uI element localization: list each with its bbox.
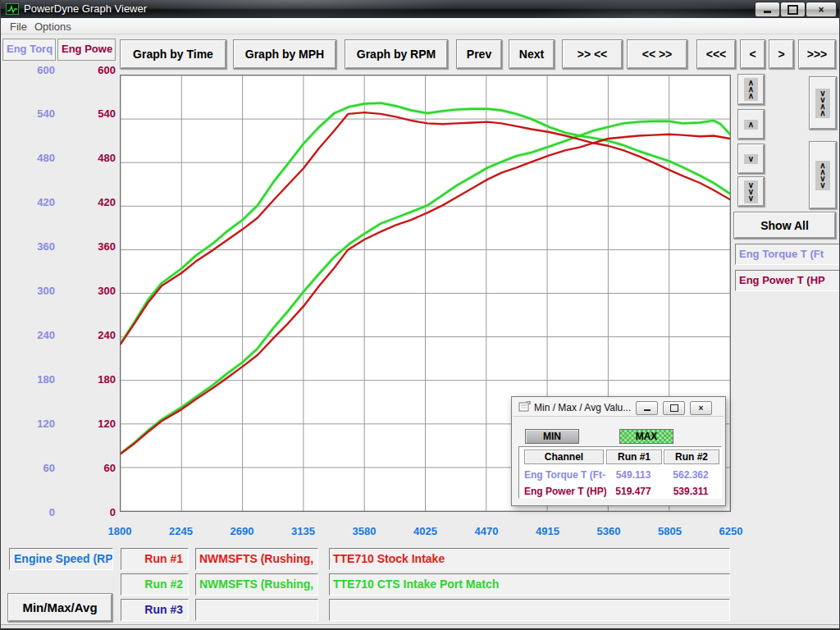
toolbar-button-next[interactable]: Next [509, 39, 555, 69]
scroll-up-button[interactable]: ∧ [737, 109, 765, 139]
expand-y-scale-button[interactable]: ∧ ∧ ∨ ∨ [809, 141, 837, 209]
channel-label-power[interactable]: Eng Power T (HP [735, 270, 840, 291]
minmax-row-2-channel: Eng Power T (HP) [524, 485, 606, 498]
restore-icon [788, 5, 798, 15]
toolbar-button-arrows-9[interactable]: > [769, 39, 794, 69]
restore-icon [670, 404, 678, 412]
minmaxavg-button[interactable]: Min/Max/Avg [7, 593, 112, 622]
close-icon: × [699, 404, 704, 413]
minmax-window: Min / Max / Avg Valu... × MIN MAX Channe… [511, 396, 726, 506]
close-button[interactable]: × [806, 2, 837, 17]
powerdyne-window: PowerDyne Graph Viewer × File Options En… [0, 0, 840, 630]
y-tick-power-300: 300 [76, 285, 116, 298]
toolbar-button-graph-by-time[interactable]: Graph by Time [120, 39, 226, 69]
y-tick-power-540: 540 [76, 107, 116, 121]
minmax-header-channel[interactable]: Channel [524, 450, 604, 464]
menu-file[interactable]: File [6, 20, 31, 34]
y-tick-power-60: 60 [76, 462, 116, 475]
y-tick-torque-120: 120 [16, 418, 55, 431]
x-tick-2245: 2245 [151, 525, 212, 538]
min-toggle-button[interactable]: MIN [525, 429, 579, 444]
minmax-close-button[interactable]: × [690, 401, 712, 415]
minmax-window-titlebar[interactable]: Min / Max / Avg Valu... × [513, 398, 724, 417]
x-tick-4470: 4470 [456, 525, 517, 538]
y-tick-torque-420: 420 [16, 196, 55, 209]
minmax-minimize-button[interactable] [636, 401, 658, 415]
y-tick-torque-180: 180 [16, 373, 55, 386]
x-tick-3580: 3580 [334, 525, 395, 538]
run-comment-field-2[interactable]: TTE710 CTS Intake Port Match [329, 573, 730, 596]
max-toggle-button[interactable]: MAX [619, 429, 673, 444]
toolbar-button-arrows-7[interactable]: <<< [696, 39, 736, 69]
expand-y-scale-icon: ∧ ∧ ∨ ∨ [815, 161, 829, 190]
x-tick-2690: 2690 [212, 525, 272, 538]
y-tick-torque-540: 540 [16, 107, 55, 121]
minmax-restore-button[interactable] [663, 401, 685, 415]
minmax-row-2-run2: 539.311 [664, 485, 718, 498]
run-comment-field-1[interactable]: TTE710 Stock Intake [329, 548, 730, 570]
channel-label-torque[interactable]: Eng Torque T (Ft [735, 244, 840, 265]
x-tick-4025: 4025 [395, 525, 456, 538]
compress-y-scale-icon: ∨ ∨ ∧ ∧ [815, 89, 829, 118]
toolbar-button-graph-by-mph[interactable]: Graph by MPH [233, 39, 336, 69]
scroll-up-icon: ∧ [744, 120, 758, 130]
x-axis-channel-label[interactable]: Engine Speed (RP [9, 548, 113, 570]
y-tick-torque-60: 60 [16, 462, 55, 475]
x-tick-1800: 1800 [89, 525, 150, 538]
close-icon: × [818, 4, 824, 16]
minimize-icon [644, 409, 651, 411]
run-label-3: Run #3 [121, 599, 189, 621]
y-tick-power-600: 600 [76, 64, 116, 77]
tab-eng-torque[interactable]: Eng Torq [2, 39, 56, 61]
y-tick-torque-0: 0 [16, 506, 55, 519]
x-tick-6250: 6250 [701, 525, 761, 538]
minmax-table: ChannelRun #1Run #2Eng Torque T (Ft-549.… [518, 446, 722, 499]
menu-options[interactable]: Options [30, 20, 75, 34]
scroll-down-fast-button[interactable]: ∨ ∨ ∨ [737, 176, 765, 207]
scroll-down-button[interactable]: ∨ [737, 144, 765, 174]
run-comment-field-3[interactable] [329, 599, 730, 621]
minmax-row-1-channel: Eng Torque T (Ft- [524, 468, 606, 482]
toolbar-button-arrows-5[interactable]: >> << [562, 39, 623, 69]
scroll-up-fast-button[interactable]: ∧ ∧ ∧ [737, 74, 765, 105]
scroll-down-icon: ∨ [744, 154, 758, 164]
y-tick-power-420: 420 [76, 196, 116, 209]
toolbar-button-arrows-8[interactable]: < [740, 39, 765, 69]
y-tick-power-0: 0 [76, 506, 116, 519]
compress-y-scale-button[interactable]: ∨ ∨ ∧ ∧ [809, 76, 837, 130]
minmax-header-run-1[interactable]: Run #1 [606, 450, 662, 464]
maximize-button[interactable] [780, 2, 806, 17]
y-tick-torque-360: 360 [16, 240, 55, 253]
minimize-button[interactable] [755, 2, 780, 17]
run-label-2: Run #2 [121, 573, 189, 596]
scroll-up-fast-icon: ∧ ∧ ∧ [744, 78, 758, 101]
y-tick-power-120: 120 [76, 418, 116, 431]
minmax-row-2-run1: 519.477 [606, 485, 660, 498]
window-title: PowerDyne Graph Viewer [24, 2, 147, 15]
y-tick-power-360: 360 [76, 240, 116, 253]
y-tick-power-240: 240 [76, 329, 116, 342]
minmax-row-1-run1: 549.113 [606, 468, 660, 482]
y-tick-torque-600: 600 [16, 64, 55, 77]
minmax-row-1-run2: 562.362 [664, 468, 718, 482]
x-tick-3135: 3135 [273, 525, 334, 538]
x-tick-4915: 4915 [518, 525, 578, 538]
toolbar-button-graph-by-rpm[interactable]: Graph by RPM [345, 39, 448, 69]
run-operator-field-2[interactable]: NWMSFTS (Rushing, [195, 573, 318, 596]
y-tick-torque-480: 480 [16, 152, 55, 165]
run-operator-field-1[interactable]: NWMSFTS (Rushing, [195, 548, 318, 570]
toolbar-button-arrows-10[interactable]: >>> [798, 39, 836, 69]
minimize-icon [764, 11, 771, 13]
title-bar[interactable]: PowerDyne Graph Viewer × [1, 0, 840, 18]
show-all-button[interactable]: Show All [733, 212, 836, 239]
scroll-down-fast-icon: ∨ ∨ ∨ [744, 180, 758, 203]
minmax-header-run-2[interactable]: Run #2 [664, 450, 719, 464]
y-tick-power-180: 180 [76, 373, 116, 386]
minmax-window-title: Min / Max / Avg Valu... [534, 402, 631, 413]
x-tick-5360: 5360 [578, 525, 639, 538]
y-tick-torque-240: 240 [16, 329, 55, 342]
run-operator-field-3[interactable] [195, 599, 318, 621]
toolbar-button-prev[interactable]: Prev [456, 39, 502, 69]
tab-eng-power[interactable]: Eng Powe [57, 39, 116, 61]
toolbar-button-arrows-6[interactable]: << >> [627, 39, 687, 69]
